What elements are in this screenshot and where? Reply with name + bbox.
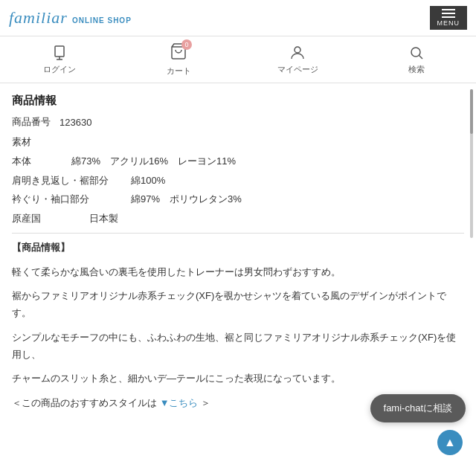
- svg-line-4: [419, 56, 423, 60]
- svg-point-3: [411, 48, 420, 57]
- product-id-row: 商品番号 123630: [12, 115, 464, 129]
- desc-p1: 軽くて柔らかな風合いの裏毛を使用したトレーナーは男女問わずおすすめ。: [12, 264, 464, 281]
- login-nav-item[interactable]: ログイン: [0, 44, 119, 75]
- back-to-top-arrow: ▲: [444, 436, 456, 449]
- cta-suffix: ＞: [201, 397, 210, 408]
- material-label: 素材: [12, 135, 31, 150]
- login-icon: [51, 44, 68, 62]
- origin-value: 日本製: [89, 211, 464, 227]
- site-header: familiar ONLINE SHOP MENU: [0, 0, 476, 36]
- cta-link[interactable]: ▼こちら: [160, 397, 199, 408]
- collar-value: 綿97% ポリウレタン3%: [131, 192, 464, 208]
- collar-label: 衿ぐり・袖口部分: [12, 192, 131, 208]
- cart-badge: 0: [181, 39, 192, 50]
- divider: [12, 233, 464, 234]
- menu-label: MENU: [437, 19, 460, 27]
- body-label: 本体: [12, 154, 71, 170]
- nav-icons-bar: ログイン 0 カート マイページ 検索: [0, 36, 476, 83]
- fami-chat-button[interactable]: fami-chatに相談: [370, 394, 466, 422]
- body-value: 綿73% アクリル16% レーヨン11%: [71, 154, 464, 170]
- cart-label: カート: [167, 65, 191, 77]
- shoulder-label: 肩明き見返し・裾部分: [12, 173, 131, 189]
- search-label: 検索: [408, 64, 425, 75]
- scroll-thumb: [470, 89, 473, 134]
- material-label-row: 素材: [12, 135, 464, 150]
- origin-label: 原産国: [12, 211, 71, 227]
- product-id-label: 商品番号: [12, 115, 51, 129]
- back-to-top-button[interactable]: ▲: [437, 430, 463, 455]
- cart-wrapper: 0: [170, 42, 187, 63]
- search-icon: [408, 44, 425, 62]
- desc-p3: シンプルなモチーフの中にも、ふわふわの生地、裾と同じファミリアオリジナル赤系チェ…: [12, 329, 464, 364]
- hamburger-icon: [442, 9, 455, 18]
- cta-text: ＜この商品のおすすめスタイルは: [12, 397, 157, 408]
- fami-chat-label: fami-chatに相談: [384, 402, 452, 414]
- product-description: 【商品情報】 軽くて柔らかな風合いの裏毛を使用したトレーナーは男女問わずおすすめ…: [12, 239, 464, 387]
- login-label: ログイン: [43, 64, 76, 75]
- body-material-row: 本体 綿73% アクリル16% レーヨン11%: [12, 154, 464, 170]
- svg-rect-0: [55, 46, 64, 57]
- shoulder-row: 肩明き見返し・裾部分 綿100%: [12, 173, 464, 189]
- logo-area: familiar ONLINE SHOP: [9, 8, 132, 28]
- cart-nav-item[interactable]: 0 カート: [119, 42, 238, 77]
- scroll-indicator: [470, 89, 473, 238]
- desc-p2: 裾からファミリアオリジナル赤系チェック(XF)を覗かせシャツを着ている風のデザイ…: [12, 288, 464, 322]
- svg-point-2: [295, 47, 300, 53]
- search-nav-item[interactable]: 検索: [357, 44, 476, 75]
- logo-online-shop: ONLINE SHOP: [72, 16, 132, 25]
- collar-row: 衿ぐり・袖口部分 綿97% ポリウレタン3%: [12, 192, 464, 208]
- shoulder-value: 綿100%: [131, 173, 464, 189]
- menu-button[interactable]: MENU: [430, 6, 468, 30]
- mypage-label: マイページ: [277, 64, 318, 75]
- logo-familiar: familiar: [9, 8, 68, 28]
- mypage-nav-item[interactable]: マイページ: [238, 44, 357, 75]
- desc-p4: チャームのスリット糸と、細かいデ―テールにこった表現になっています。: [12, 370, 464, 387]
- mypage-icon: [289, 44, 306, 62]
- section-title: 商品情報: [12, 94, 464, 108]
- desc-heading: 【商品情報】: [12, 239, 464, 257]
- origin-row: 原産国 日本製: [12, 211, 464, 227]
- product-id-value: 123630: [60, 117, 91, 128]
